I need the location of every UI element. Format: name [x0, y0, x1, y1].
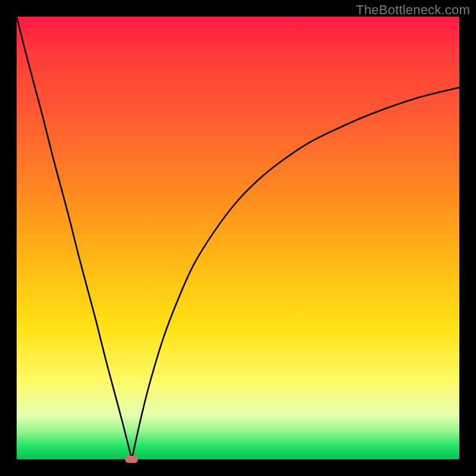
watermark-text: TheBottleneck.com: [356, 2, 470, 18]
chart-frame: TheBottleneck.com: [0, 0, 476, 476]
bottleneck-curve: [17, 17, 459, 459]
curve-right-branch: [131, 87, 459, 459]
plot-area: [17, 17, 459, 459]
minimum-marker: [125, 456, 138, 463]
curve-left-branch: [17, 17, 131, 459]
